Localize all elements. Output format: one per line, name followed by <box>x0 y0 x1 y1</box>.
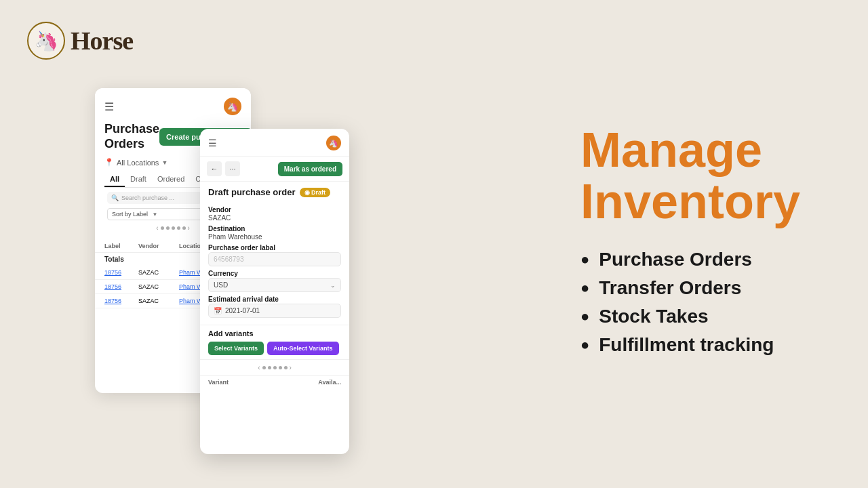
page-dot-1 <box>161 226 164 230</box>
tab-all[interactable]: All <box>104 172 125 187</box>
hamburger-icon[interactable]: ☰ <box>104 100 114 113</box>
logo-text: Horse <box>71 26 133 56</box>
page-dot-f3 <box>273 366 277 369</box>
feature-item-2: Transfer Orders <box>580 278 800 300</box>
col-vendor: Vendor <box>138 243 179 249</box>
tab-draft[interactable]: Draft <box>125 172 152 187</box>
panel-front-topbar: ☰ 🦄 <box>200 129 349 157</box>
right-content: Manage Inventory Purchase Orders Transfe… <box>580 125 800 363</box>
row3-vendor: SAZAC <box>138 298 179 304</box>
feature-item-3: Stock Takes <box>580 306 800 328</box>
draft-title-row: Draft purchase order ◉ Draft <box>200 182 349 200</box>
po-label-input[interactable]: 64568793 <box>208 252 341 266</box>
draft-order-title: Draft purchase order <box>208 187 296 197</box>
next-page-icon[interactable]: › <box>188 224 190 232</box>
variant-col-label: Variant <box>208 379 229 386</box>
add-variants-title: Add variants <box>208 329 341 338</box>
page-dot-5 <box>182 226 186 230</box>
back-button[interactable]: ← <box>207 161 222 176</box>
row2-vendor: SAZAC <box>138 283 179 290</box>
arrival-date-label: Estimated arrival date <box>208 296 341 303</box>
form-section: Vendor SAZAC Destination Pham Warehouse … <box>200 200 349 322</box>
next-page-icon-front[interactable]: › <box>290 364 292 371</box>
variants-buttons: Select Variants Auto-Select Variants <box>208 342 341 355</box>
destination-label: Destination <box>208 225 341 232</box>
draft-order-panel: ☰ 🦄 ← ··· Mark as ordered Draft purchase… <box>200 129 349 454</box>
row3-label[interactable]: 18756 <box>104 298 138 304</box>
select-variants-button[interactable]: Select Variants <box>208 342 264 355</box>
auto-select-variants-button[interactable]: Auto-Select Variants <box>267 342 339 355</box>
hamburger-icon-front[interactable]: ☰ <box>208 138 217 148</box>
page-dot-f4 <box>279 366 282 369</box>
row1-vendor: SAZAC <box>138 269 179 276</box>
location-label: All Locations <box>117 159 159 167</box>
currency-label: Currency <box>208 270 341 277</box>
row1-label[interactable]: 18756 <box>104 269 138 276</box>
currency-select[interactable]: USD ⌄ <box>208 278 341 292</box>
page-dot-f5 <box>284 366 288 369</box>
app-icon-front: 🦄 <box>326 136 341 150</box>
tab-ordered[interactable]: Ordered <box>152 172 190 187</box>
destination-value: Pham Warehouse <box>208 233 341 241</box>
search-box[interactable]: 🔍 Search purchase ... <box>107 192 202 204</box>
page-dot-2 <box>166 226 170 230</box>
draft-status-badge: ◉ Draft <box>300 188 331 197</box>
horse-emoji: 🦄 <box>35 30 58 52</box>
page-dot-f2 <box>268 366 271 369</box>
location-pin-icon: 📍 <box>104 158 114 167</box>
arrival-date-input[interactable]: 📅 2021-07-01 <box>208 304 341 318</box>
search-icon: 🔍 <box>111 195 119 201</box>
page-dot-4 <box>177 226 180 230</box>
avail-col-label: Availa... <box>318 379 341 386</box>
row2-label[interactable]: 18756 <box>104 283 138 290</box>
calendar-icon: 📅 <box>214 307 222 314</box>
logo-icon: 🦄 <box>27 22 65 60</box>
topbar: ☰ 🦄 <box>104 98 241 115</box>
logo-area: 🦄 Horse <box>27 22 133 60</box>
mark-as-ordered-button[interactable]: Mark as ordered <box>278 162 342 176</box>
location-chevron-icon: ▼ <box>161 159 167 166</box>
page-dot-3 <box>172 226 175 230</box>
prev-page-icon[interactable]: ‹ <box>156 224 158 232</box>
main-title: Manage Inventory <box>580 125 800 227</box>
prev-page-icon-front[interactable]: ‹ <box>258 364 260 371</box>
panel-front-actions: ← ··· Mark as ordered <box>200 157 349 182</box>
add-variants-section: Add variants Select Variants Auto-Select… <box>200 325 349 359</box>
feature-list: Purchase Orders Transfer Orders Stock Ta… <box>580 249 800 357</box>
col-label: Label <box>104 243 138 249</box>
table-footer-header: Variant Availa... <box>200 375 349 388</box>
vendor-value: SAZAC <box>208 214 341 222</box>
feature-item-1: Purchase Orders <box>580 249 800 271</box>
page-dot-f1 <box>262 366 266 369</box>
panel-title: Purchase Orders <box>104 122 159 151</box>
bottom-pagination: ‹ › <box>200 359 349 375</box>
more-options-button[interactable]: ··· <box>225 161 240 176</box>
arrival-date-value: 2021-07-01 <box>225 307 260 314</box>
app-icon-back: 🦄 <box>224 98 241 115</box>
search-placeholder: Search purchase ... <box>121 195 174 201</box>
vendor-label: Vendor <box>208 206 341 214</box>
feature-item-4: Fulfillment tracking <box>580 335 800 357</box>
po-label-label: Purchase order labal <box>208 244 341 251</box>
